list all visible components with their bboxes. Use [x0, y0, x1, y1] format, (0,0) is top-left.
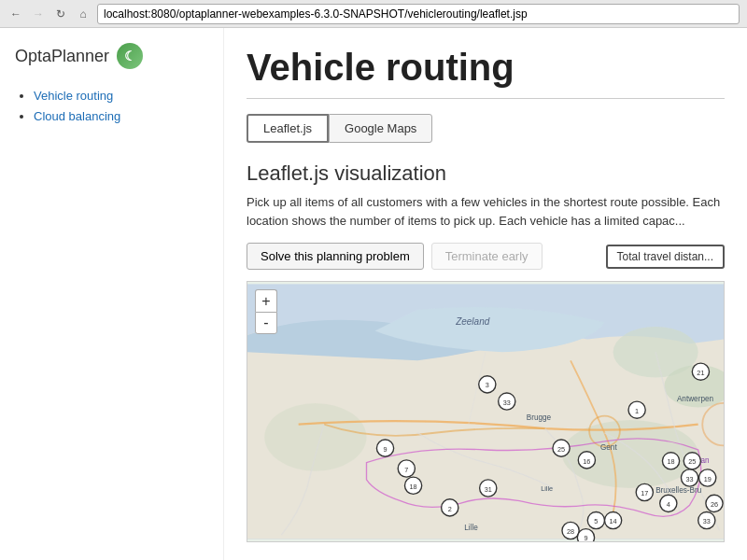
svg-text:25: 25: [688, 457, 696, 466]
zoom-controls: + -: [255, 289, 277, 334]
svg-text:28: 28: [567, 527, 574, 536]
svg-text:21: 21: [697, 369, 704, 377]
reload-button[interactable]: ↻: [52, 6, 69, 22]
main-content: Vehicle routing Leaflet.js Google Maps L…: [224, 28, 747, 560]
terminate-button[interactable]: Terminate early: [431, 243, 543, 270]
address-bar[interactable]: [97, 4, 740, 24]
map-container: + -: [247, 281, 725, 542]
zoom-in-button[interactable]: +: [255, 289, 277, 312]
svg-text:Lille: Lille: [541, 484, 553, 493]
svg-text:Lille: Lille: [464, 525, 478, 533]
svg-text:1: 1: [635, 407, 639, 415]
svg-text:26: 26: [711, 500, 718, 509]
svg-text:31: 31: [485, 485, 492, 494]
svg-text:4: 4: [667, 500, 670, 509]
svg-text:5: 5: [594, 517, 598, 525]
svg-text:Gent: Gent: [600, 443, 617, 452]
svg-text:Bruxelles-Bru: Bruxelles-Bru: [655, 486, 702, 495]
svg-text:16: 16: [583, 457, 590, 466]
page-wrapper: OptaPlanner ☾ Vehicle routing Cloud bala…: [0, 28, 747, 560]
total-distance-badge: Total travel distan...: [606, 245, 725, 269]
sidebar: OptaPlanner ☾ Vehicle routing Cloud bala…: [0, 28, 224, 560]
svg-text:18: 18: [410, 483, 417, 491]
svg-point-3: [264, 403, 366, 471]
browser-chrome: ← → ↻ ⌂: [0, 0, 747, 28]
page-title: Vehicle routing: [247, 47, 725, 99]
svg-text:33: 33: [686, 475, 694, 483]
sidebar-nav: Vehicle routing Cloud balancing: [15, 88, 208, 123]
svg-text:33: 33: [703, 517, 711, 525]
svg-text:25: 25: [557, 445, 565, 454]
svg-text:9: 9: [384, 445, 388, 454]
vehicle-routing-link[interactable]: Vehicle routing: [34, 89, 113, 103]
svg-text:2: 2: [448, 505, 452, 513]
cloud-balancing-link[interactable]: Cloud balancing: [34, 109, 120, 123]
tab-google-maps[interactable]: Google Maps: [329, 114, 432, 143]
svg-text:Zeeland: Zeeland: [455, 316, 490, 327]
logo-icon: ☾: [117, 43, 143, 69]
svg-text:19: 19: [704, 475, 712, 483]
logo-text: OptaPlanner: [15, 47, 109, 66]
nav-item-vehicle-routing: Vehicle routing: [34, 88, 208, 103]
tab-leaflet[interactable]: Leaflet.js: [247, 114, 329, 143]
nav-item-cloud-balancing: Cloud balancing: [34, 108, 208, 123]
svg-text:9: 9: [584, 534, 587, 541]
svg-text:17: 17: [641, 489, 648, 497]
home-button[interactable]: ⌂: [75, 6, 92, 22]
svg-text:7: 7: [404, 466, 408, 474]
zoom-out-button[interactable]: -: [255, 312, 277, 334]
svg-text:3: 3: [486, 382, 489, 390]
svg-text:Antwerpen: Antwerpen: [677, 395, 714, 403]
logo-area: OptaPlanner ☾: [15, 43, 208, 69]
tabs: Leaflet.js Google Maps: [247, 114, 725, 143]
forward-button[interactable]: →: [30, 6, 47, 22]
viz-description: Pick up all items of all customers with …: [247, 193, 725, 230]
back-button[interactable]: ←: [7, 6, 24, 22]
svg-text:Brugge: Brugge: [527, 413, 552, 422]
viz-title: Leaflet.js visualization: [247, 161, 725, 186]
map-svg: Zeeland Brugge Antwerpen Gent Vlaan Brux…: [247, 282, 724, 541]
svg-text:18: 18: [667, 457, 674, 466]
solve-button[interactable]: Solve this planning problem: [247, 243, 424, 270]
svg-text:33: 33: [503, 399, 511, 407]
action-bar: Solve this planning problem Terminate ea…: [247, 243, 725, 270]
svg-text:14: 14: [610, 517, 617, 525]
